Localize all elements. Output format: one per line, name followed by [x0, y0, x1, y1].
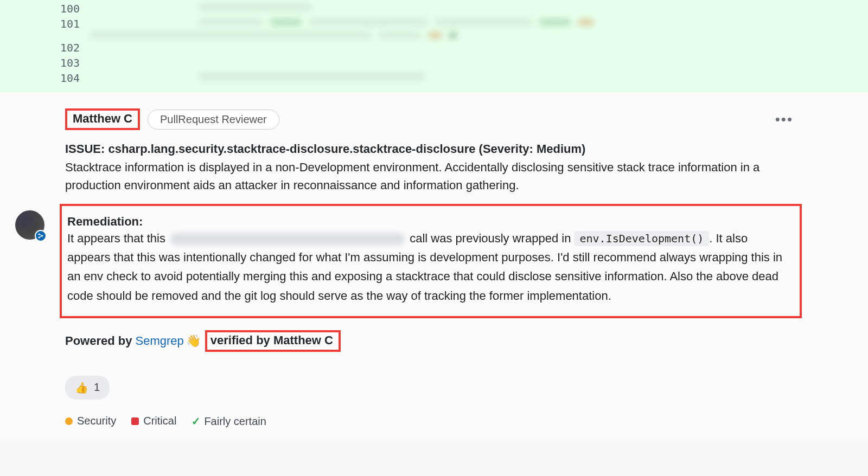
redacted-code: [171, 233, 404, 245]
avatar[interactable]: [15, 210, 44, 240]
powered-by-row: Powered by Semgrep 👋 verified by Matthew…: [65, 330, 797, 352]
line-number: 101: [0, 15, 90, 30]
diff-block: 100 101 102 103: [0, 0, 868, 92]
line-number: 104: [0, 69, 90, 85]
diff-row: 103: [0, 54, 868, 69]
square-icon: [131, 417, 139, 425]
diff-row: 101: [0, 15, 868, 39]
reaction-count: 1: [94, 381, 100, 394]
code-inline: env.IsDevelopment(): [574, 231, 709, 246]
diff-content: [90, 69, 868, 80]
tag-security: Security: [65, 415, 116, 427]
line-number: 102: [0, 39, 90, 54]
reviewer-badge: PullRequest Reviewer: [148, 110, 279, 130]
diff-content: [90, 39, 868, 42]
avatar-badge-icon: [35, 230, 47, 242]
thumbs-up-icon: 👍: [75, 381, 88, 394]
wave-icon: 👋: [186, 334, 201, 348]
reaction-button[interactable]: 👍 1: [65, 376, 110, 400]
tags-row: Security Critical ✓Fairly certain: [65, 415, 797, 428]
tag-fairly-certain: ✓Fairly certain: [192, 415, 266, 428]
issue-title: ISSUE: csharp.lang.security.stacktrace-d…: [65, 142, 797, 156]
semgrep-link[interactable]: Semgrep: [135, 334, 183, 348]
check-icon: ✓: [192, 415, 201, 427]
remediation-text: It appears that this call was previously…: [67, 229, 790, 305]
author-row: Matthew C PullRequest Reviewer •••: [65, 108, 797, 130]
tag-critical: Critical: [131, 415, 176, 427]
line-number: 103: [0, 54, 90, 69]
diff-row: 100: [0, 0, 868, 15]
diff-content: [90, 15, 868, 39]
issue-description: Stacktrace information is displayed in a…: [65, 158, 797, 194]
diff-content: [90, 54, 868, 57]
diff-row: 102: [0, 39, 868, 54]
line-number: 100: [0, 0, 90, 15]
diff-content: [90, 0, 868, 11]
verified-by-label: verified by Matthew C: [205, 330, 341, 352]
dot-icon: [65, 417, 73, 425]
diff-row: 104: [0, 69, 868, 85]
remediation-title: Remediation:: [67, 215, 143, 228]
remediation-section: Remediation: It appears that this call w…: [60, 204, 802, 318]
author-name[interactable]: Matthew C: [65, 108, 140, 130]
comment-container: Matthew C PullRequest Reviewer ••• ISSUE…: [0, 92, 868, 439]
more-actions-button[interactable]: •••: [771, 112, 797, 126]
powered-by-label: Powered by: [65, 334, 132, 348]
